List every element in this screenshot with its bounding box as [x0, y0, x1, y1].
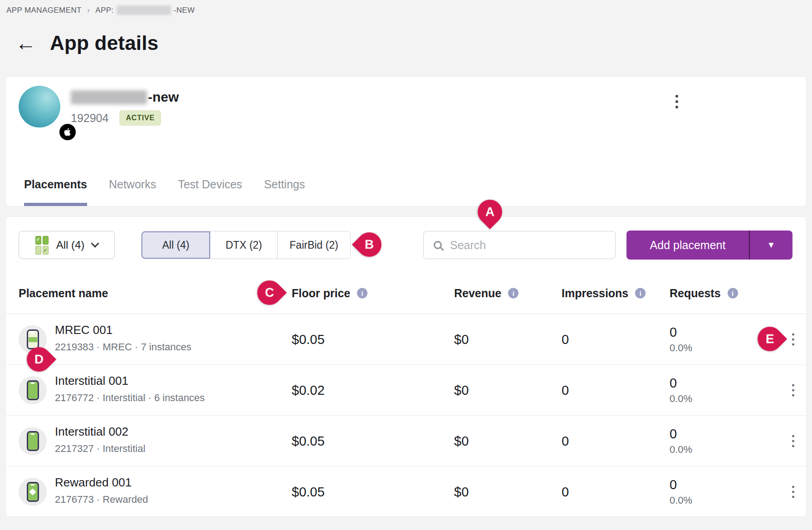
column-impressions: Impressions i: [562, 286, 646, 299]
app-subinfo: 192904 ACTIVE: [71, 110, 161, 126]
column-requests: Requests i: [670, 286, 738, 299]
fill-rate-value: 0.0%: [670, 495, 692, 506]
fill-rate-value: 0.0%: [670, 444, 692, 456]
segment-fairbid[interactable]: FairBid (2): [278, 231, 350, 259]
requests-block: 0 0.0%: [670, 376, 692, 405]
column-revenue: Revenue i: [454, 286, 519, 299]
chevron-down-icon: [91, 239, 99, 247]
requests-value: 0: [670, 477, 692, 492]
back-arrow-icon[interactable]: ←: [15, 33, 36, 54]
placement-types-icon: [35, 236, 49, 255]
tab-bar: Placements Networks Test Devices Setting…: [24, 178, 305, 206]
fill-rate-value: 0.0%: [670, 342, 692, 354]
row-kebab-menu[interactable]: [792, 486, 794, 498]
table-row: Interstitial 002 2217327 · Interstitial …: [6, 416, 806, 466]
table-row: MREC 001 2219383 · MREC · 7 instances $0…: [6, 314, 806, 365]
segment-all[interactable]: All (4): [142, 231, 210, 259]
row-kebab-menu[interactable]: [792, 435, 794, 447]
placements-card: All (4) All (4) DTX (2) FairBid (2) Add …: [5, 216, 807, 517]
filter-toolbar: All (4) All (4) DTX (2) FairBid (2) Add …: [6, 217, 806, 260]
app-id: 192904: [71, 112, 108, 125]
column-floor-price: Floor price i: [292, 286, 367, 299]
info-icon[interactable]: i: [728, 288, 738, 298]
app-name-suffix: -new: [148, 89, 179, 105]
tab-test-devices[interactable]: Test Devices: [178, 178, 242, 206]
placement-meta: 2219383 · MREC · 7 instances: [55, 341, 191, 353]
table-row: Interstitial 001 2176772 · Interstitial …: [6, 365, 806, 416]
page-title: App details: [50, 32, 158, 54]
breadcrumb-app-prefix: APP:: [95, 6, 113, 15]
placement-type-dropdown[interactable]: All (4): [19, 231, 115, 259]
table-row: Rewarded 001 2176773 · Rewarded $0.05 $0…: [6, 466, 806, 517]
requests-block: 0 0.0%: [670, 477, 692, 506]
row-kebab-menu[interactable]: [792, 333, 794, 345]
placement-meta: 2217327 · Interstitial: [55, 443, 145, 455]
requests-value: 0: [670, 376, 692, 391]
page-header: ← App details: [15, 32, 158, 54]
app-kebab-menu[interactable]: [675, 95, 678, 108]
interstitial-placement-icon: [19, 376, 47, 404]
floor-price-value: $0.05: [292, 332, 325, 347]
impressions-value: 0: [562, 433, 569, 448]
fill-rate-value: 0.0%: [670, 393, 692, 405]
requests-value: 0: [670, 427, 692, 442]
revenue-value: $0: [454, 383, 469, 398]
table-header: Placement name Floor price i Revenue i I…: [6, 272, 806, 314]
interstitial-placement-icon: [19, 427, 47, 455]
apple-platform-badge: [59, 124, 76, 140]
placement-name[interactable]: Interstitial 002: [55, 425, 128, 439]
app-summary-card: -new 192904 ACTIVE Placements Networks T…: [5, 76, 807, 206]
requests-value: 0: [670, 325, 692, 340]
search-input[interactable]: [450, 239, 605, 252]
placement-meta: 2176772 · Interstitial · 6 instances: [55, 392, 205, 404]
placement-name[interactable]: Interstitial 001: [55, 374, 128, 388]
revenue-value: $0: [454, 332, 469, 347]
placement-name[interactable]: MREC 001: [55, 323, 113, 337]
breadcrumb-section[interactable]: APP MANAGEMENT: [6, 6, 82, 15]
floor-price-value: $0.05: [292, 433, 325, 448]
info-icon[interactable]: i: [508, 288, 519, 298]
requests-block: 0 0.0%: [670, 427, 692, 456]
placement-meta: 2176773 · Rewarded: [55, 494, 148, 505]
column-placement-name: Placement name: [19, 286, 108, 299]
breadcrumb: APP MANAGEMENT › APP: -NEW: [6, 5, 195, 15]
breadcrumb-separator-icon: ›: [87, 5, 90, 15]
revenue-value: $0: [454, 433, 469, 448]
impressions-value: 0: [562, 332, 569, 347]
impressions-value: 0: [562, 383, 569, 398]
breadcrumb-app-suffix: -NEW: [174, 6, 195, 15]
tab-placements[interactable]: Placements: [24, 178, 87, 206]
tab-networks[interactable]: Networks: [109, 178, 156, 206]
info-icon[interactable]: i: [357, 288, 367, 298]
search-icon: [434, 241, 442, 249]
source-filter-segmented: All (4) DTX (2) FairBid (2): [141, 231, 351, 259]
apple-logo-icon: [63, 128, 72, 137]
info-icon[interactable]: i: [635, 288, 646, 298]
breadcrumb-app: APP: -NEW: [95, 5, 195, 15]
add-placement-split-button: Add placement ▼: [626, 231, 792, 260]
app-name: -new: [71, 89, 179, 105]
segment-dtx[interactable]: DTX (2): [210, 231, 278, 259]
redacted-app-name: [117, 5, 171, 15]
row-kebab-menu[interactable]: [792, 384, 794, 396]
floor-price-value: $0.05: [292, 485, 325, 500]
redacted-app-name: [71, 90, 147, 104]
placement-name[interactable]: Rewarded 001: [55, 476, 132, 490]
tab-settings[interactable]: Settings: [264, 178, 305, 206]
app-avatar: [19, 86, 60, 128]
requests-block: 0 0.0%: [670, 325, 692, 354]
add-placement-button[interactable]: Add placement: [626, 231, 749, 260]
search-box: [423, 231, 616, 259]
status-badge: ACTIVE: [119, 110, 161, 126]
floor-price-value: $0.02: [292, 383, 325, 398]
add-placement-caret[interactable]: ▼: [750, 231, 792, 260]
placement-type-dropdown-label: All (4): [56, 239, 85, 251]
rewarded-placement-icon: [19, 478, 47, 506]
revenue-value: $0: [454, 485, 469, 500]
impressions-value: 0: [562, 485, 569, 500]
